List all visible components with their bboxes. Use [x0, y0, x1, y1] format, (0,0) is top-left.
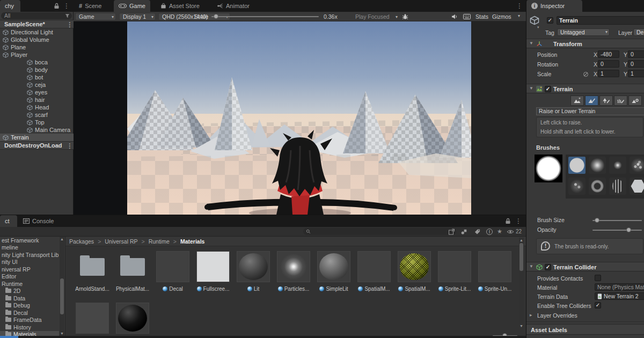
constrain-proportions-icon[interactable]: [583, 72, 588, 77]
asset-spatialm[interactable]: SpatialM...: [398, 251, 431, 292]
scale-slider-handle[interactable]: [214, 14, 218, 19]
terrain-mode-dropdown[interactable]: Raise or Lower Terrain: [536, 107, 644, 115]
terrain-component-header[interactable]: ▼ ✓ Terrain: [526, 84, 644, 93]
tab-animator[interactable]: Animator: [212, 0, 254, 12]
scroll-down-icon[interactable]: ▼: [519, 324, 524, 328]
scroll-down-icon[interactable]: ▼: [60, 332, 64, 335]
hierarchy-item-head[interactable]: Head: [0, 104, 74, 111]
asset-labels-header[interactable]: Asset Labels: [526, 324, 644, 335]
scroll-up-icon[interactable]: ▲: [60, 237, 64, 241]
terrain-tool-paint-details[interactable]: [614, 95, 627, 106]
lock-icon[interactable]: [505, 218, 511, 224]
active-checkbox[interactable]: ✓: [547, 17, 553, 24]
project-folder-data[interactable]: Data: [0, 295, 59, 302]
tab-project[interactable]: ct: [0, 215, 17, 227]
asset-scrollbar[interactable]: [519, 238, 524, 324]
asset-physicalmat[interactable]: PhysicalMat...: [116, 251, 149, 292]
tab-scene[interactable]: # Scene: [74, 0, 106, 12]
hierarchy-item-main-camera[interactable]: Main Camera: [0, 126, 74, 134]
asset-fullscree[interactable]: Fullscree...: [196, 251, 230, 292]
asset-lit[interactable]: Lit: [237, 251, 270, 292]
scene-header-row[interactable]: SampleScene* ⋮: [0, 20, 74, 28]
project-folder-nity-light-transport-lib[interactable]: nity Light Transport Lib: [0, 251, 59, 259]
layer-overrides-row[interactable]: ▸ Layer Overrides: [526, 311, 644, 319]
tab-hierarchy[interactable]: chy: [0, 0, 20, 12]
project-folder-framedata[interactable]: FrameData: [0, 317, 59, 324]
brush-streaks[interactable]: [609, 178, 626, 195]
breadcrumb-packages[interactable]: Packages: [69, 238, 94, 245]
brush-speckle[interactable]: [630, 157, 644, 174]
asset-spatialm[interactable]: SpatialM...: [357, 251, 391, 292]
provides-contacts-checkbox[interactable]: [595, 275, 601, 281]
hierarchy-item-boca[interactable]: boca: [0, 58, 74, 66]
object-name-field[interactable]: Terrain: [557, 16, 644, 25]
tab-console[interactable]: Console: [18, 215, 58, 227]
hierarchy-item-top[interactable]: Top: [0, 119, 74, 126]
search-filter-icon[interactable]: [65, 13, 70, 18]
scrollbar-thumb[interactable]: [519, 243, 523, 271]
hierarchy-item-eyes[interactable]: eyes: [0, 89, 74, 96]
project-folder-est-framework[interactable]: est Framework: [0, 237, 59, 244]
breadcrumb-universal-rp[interactable]: Universal RP: [105, 238, 137, 245]
brush-speckle2[interactable]: [568, 178, 586, 195]
hierarchy-search-input[interactable]: All: [1, 12, 72, 19]
project-folder-decal[interactable]: Decal: [0, 309, 59, 317]
dontdestroyonload-row[interactable]: DontDestroyOnLoad ⋮: [0, 141, 74, 150]
hierarchy-item-bot[interactable]: bot: [0, 74, 74, 81]
rotation-y-field[interactable]: 0: [628, 60, 644, 68]
chevron-down-icon[interactable]: ▾: [537, 25, 539, 30]
tab-game[interactable]: Game: [114, 0, 150, 12]
tag-dropdown[interactable]: Untagged ▾: [557, 28, 610, 36]
dontdestroyonload-kebab-icon[interactable]: ⋮: [67, 140, 72, 152]
scale-slider[interactable]: [211, 16, 319, 17]
terrain-tool-paint-trees[interactable]: [599, 95, 613, 106]
keyboard-shortcuts-icon[interactable]: [463, 14, 471, 19]
brush-ring[interactable]: [589, 178, 606, 195]
terrain-tool-create-neighbor-terrains[interactable]: [570, 95, 584, 106]
display-dropdown[interactable]: Display 1 ▾: [119, 13, 156, 20]
terrain-data-object-field[interactable]: New Terrain 2: [595, 292, 644, 300]
brush-circle-solid[interactable]: [568, 157, 586, 174]
brush-size-handle[interactable]: [595, 218, 599, 223]
favorites-star-icon[interactable]: ★: [497, 228, 502, 235]
project-folder-nity-ui[interactable]: nity UI: [0, 259, 59, 266]
asset-item-1[interactable]: [116, 303, 149, 334]
collapse-arrow-icon[interactable]: ▼: [529, 84, 533, 93]
label-tag-icon[interactable]: [474, 229, 480, 235]
asset-decal[interactable]: Decal: [156, 251, 189, 292]
hierarchy-item-plane[interactable]: Plane: [0, 43, 74, 51]
scale-x-field[interactable]: 1: [598, 70, 619, 77]
hierarchy-item-player[interactable]: Player: [0, 51, 74, 58]
game-mode-dropdown[interactable]: Game ▾: [75, 13, 116, 20]
hierarchy-item-global-volume[interactable]: Global Volume: [0, 36, 74, 43]
project-folder-materials[interactable]: Materials: [0, 331, 59, 336]
asset-simplelit[interactable]: SimpleLit: [317, 251, 350, 292]
open-in-new-icon[interactable]: [448, 229, 455, 235]
log-exclamation-icon[interactable]: !: [486, 229, 493, 235]
project-folder-niversal-rp[interactable]: niversal RP: [0, 266, 59, 273]
hierarchy-item-terrain[interactable]: Terrain: [0, 134, 74, 141]
collapse-arrow-icon[interactable]: ▼: [529, 262, 533, 271]
opacity-slider[interactable]: [592, 230, 642, 231]
asset-sprite-lit[interactable]: Sprite-Lit...: [438, 251, 471, 292]
hierarchy-item-body[interactable]: body: [0, 66, 74, 74]
tab-inspector[interactable]: i Inspector: [526, 0, 582, 12]
mute-audio-speaker-icon[interactable]: [451, 13, 458, 20]
debug-bug-icon[interactable]: [402, 13, 408, 20]
terrain-tool-terrain-settings[interactable]: [628, 95, 642, 106]
scale-y-field[interactable]: 1: [628, 70, 644, 77]
brush-preview-large[interactable]: [535, 155, 562, 182]
tree-scrollbar[interactable]: [60, 237, 64, 336]
kebab-menu-icon[interactable]: ⋮: [63, 0, 69, 12]
project-search-input[interactable]: [303, 228, 456, 235]
terrain-collider-header[interactable]: ▼ ✓ Terrain Collider: [526, 262, 644, 271]
asset-arnoldstand[interactable]: ArnoldStand...: [76, 251, 109, 292]
gizmos-dropdown[interactable]: Gizmos: [492, 13, 511, 20]
hierarchy-item-scarf[interactable]: scarf: [0, 111, 74, 119]
terrain-enabled-checkbox[interactable]: ✓: [545, 86, 551, 92]
scroll-up-icon[interactable]: ▲: [519, 238, 524, 242]
hierarchy-item-ceja[interactable]: ceja: [0, 81, 74, 89]
project-folder-runtime[interactable]: Runtime: [0, 280, 59, 288]
rotation-x-field[interactable]: 0: [598, 60, 619, 68]
search-by-type-icon[interactable]: [460, 229, 467, 235]
